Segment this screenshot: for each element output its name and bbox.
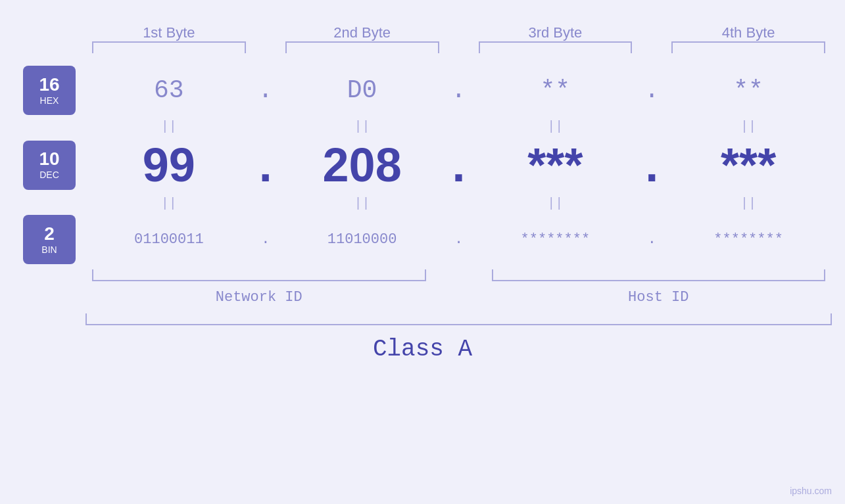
dec-dot-3: . [639, 138, 665, 192]
bin-val-3: ******** [472, 231, 639, 248]
outer-bracket [85, 313, 832, 325]
bin-dot-2: . [446, 231, 472, 248]
byte-header-3: 3rd Byte [472, 24, 639, 41]
network-id-label: Network ID [216, 289, 302, 306]
bin-dot-3: . [639, 231, 665, 248]
eq-1-1: || [85, 119, 253, 134]
hex-dot-2: . [446, 76, 472, 104]
hex-val-3: ** [472, 76, 639, 104]
bin-dot-1: . [253, 231, 279, 248]
top-bracket-1 [92, 41, 246, 53]
top-bracket-3 [479, 41, 633, 53]
host-id-label: Host ID [628, 289, 688, 306]
hex-dot-3: . [639, 76, 665, 104]
eq-1-3: || [472, 119, 639, 134]
dec-val-1: 99 [85, 141, 253, 189]
eq-2-2: || [279, 196, 446, 211]
dec-val-4: *** [665, 141, 832, 189]
hex-val-1: 63 [85, 76, 253, 104]
byte-header-1: 1st Byte [85, 24, 253, 41]
bin-val-4: ******** [665, 231, 832, 248]
dec-val-2: 208 [279, 141, 446, 189]
hex-val-4: ** [665, 76, 832, 104]
bin-val-2: 11010000 [279, 231, 446, 248]
byte-header-2: 2nd Byte [279, 24, 446, 41]
byte-header-4: 4th Byte [665, 24, 832, 41]
dec-badge: 10 DEC [23, 141, 76, 190]
bin-badge: 2 BIN [23, 215, 76, 264]
bin-val-1: 01100011 [85, 231, 253, 248]
dec-dot-2: . [446, 138, 472, 192]
eq-1-2: || [279, 119, 446, 134]
top-bracket-4 [671, 41, 825, 53]
hex-val-2: D0 [279, 76, 446, 104]
dec-dot-1: . [253, 138, 279, 192]
hex-badge: 16 HEX [23, 66, 76, 115]
bottom-bracket-network [92, 269, 426, 281]
main-container: 1st Byte . 2nd Byte . 3rd Byte . 4th Byt… [0, 0, 845, 504]
eq-1-4: || [665, 119, 832, 134]
top-bracket-2 [285, 41, 439, 53]
eq-2-1: || [85, 196, 253, 211]
bottom-bracket-host [492, 269, 826, 281]
class-label: Class A [373, 336, 472, 363]
watermark: ipshu.com [790, 486, 832, 496]
dec-val-3: *** [472, 141, 639, 189]
hex-dot-1: . [253, 76, 279, 104]
eq-2-3: || [472, 196, 639, 211]
eq-2-4: || [665, 196, 832, 211]
